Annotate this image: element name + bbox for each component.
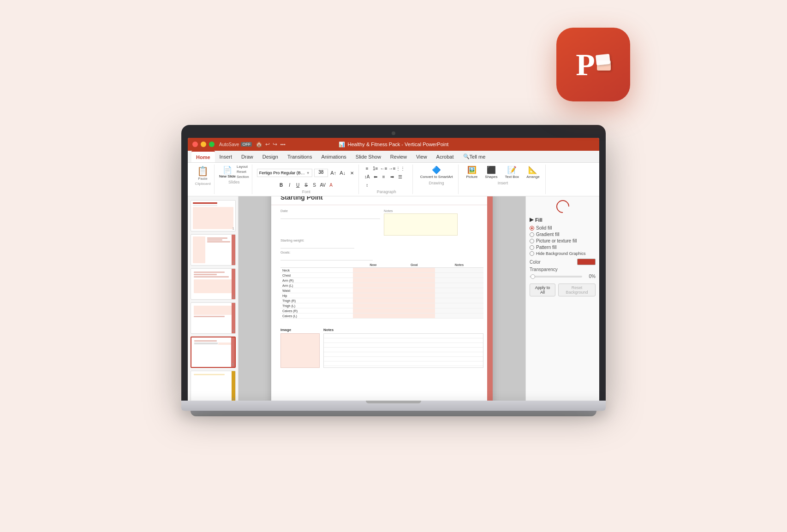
justify-button[interactable]: ☰	[397, 173, 404, 180]
pattern-fill-option[interactable]: Pattern fill	[530, 245, 596, 250]
laptop-base	[181, 401, 606, 411]
image-section: Image	[280, 328, 320, 368]
tab-slideshow[interactable]: Slide Show	[351, 151, 386, 162]
font-selector[interactable]: Fertigo Pro Regular (Bo... ▼	[257, 169, 312, 177]
textbox-button[interactable]: 📝 Text Box	[502, 165, 522, 180]
maximize-button[interactable]	[209, 142, 215, 147]
slide-thumb-6[interactable]: 6	[191, 371, 236, 401]
char-spacing-button[interactable]: AV	[319, 181, 327, 189]
tab-animations[interactable]: Animations	[316, 151, 351, 162]
tab-transitions[interactable]: Transitions	[283, 151, 316, 162]
italic-button[interactable]: I	[286, 181, 293, 189]
slides-buttons: 📄 New Slide Layout Reset Section	[219, 165, 249, 179]
section-button[interactable]: Section	[237, 175, 249, 179]
picture-button[interactable]: 🖼️ Picture	[463, 165, 480, 180]
columns-button[interactable]: ⋮⋮	[397, 165, 404, 172]
picture-fill-radio[interactable]	[530, 239, 534, 243]
image-placeholder[interactable]	[280, 333, 320, 368]
home-icon[interactable]: 🏠	[256, 141, 262, 148]
bold-button[interactable]: B	[278, 181, 285, 189]
weight-field[interactable]	[280, 243, 354, 248]
slide-thumb-1[interactable]: 1	[191, 200, 236, 231]
transparency-slider[interactable]	[530, 276, 582, 278]
indent-increase-button[interactable]: →≡	[388, 165, 396, 172]
fill-label: Fill	[535, 217, 543, 223]
undo-icon[interactable]: ↩	[265, 141, 270, 148]
align-right-button[interactable]: ➡	[388, 173, 396, 180]
bodypart-waist: Waist	[280, 288, 353, 293]
color-row: Color	[530, 259, 596, 265]
gradient-fill-radio[interactable]	[530, 232, 534, 237]
decrease-font-button[interactable]: A↓	[339, 169, 346, 177]
goals-label: Goals:	[280, 250, 483, 254]
shapes-button[interactable]: ⬛ Shapes	[482, 165, 500, 180]
notes-lines[interactable]	[323, 333, 483, 368]
bodypart-chest: Chest	[280, 273, 353, 278]
indent-decrease-button[interactable]: ←≡	[380, 165, 388, 172]
bodypart-arm-l: Arm (L)	[280, 283, 353, 288]
color-swatch[interactable]	[577, 259, 596, 265]
picture-fill-option[interactable]: Picture or texture fill	[530, 238, 596, 243]
table-row: Thigh (R)	[280, 298, 483, 303]
tab-review[interactable]: Review	[386, 151, 411, 162]
align-center-button[interactable]: ≡	[380, 173, 388, 180]
autosave-toggle[interactable]: OFF	[241, 142, 252, 147]
fill-title: ▶ Fill	[530, 217, 596, 223]
tab-tell-me[interactable]: 🔍 Tell me	[459, 151, 490, 162]
shadow-button[interactable]: S	[311, 181, 318, 189]
paste-button[interactable]: 📋 Paste	[195, 165, 210, 182]
tab-view[interactable]: View	[411, 151, 432, 162]
clear-format-button[interactable]: ✕	[348, 169, 356, 177]
minimize-button[interactable]	[201, 142, 206, 147]
picture-icon: 🖼️	[467, 166, 477, 174]
more-icon[interactable]: •••	[280, 142, 286, 147]
line-spacing-button[interactable]: ↕	[364, 181, 371, 189]
text-direction-button[interactable]: ↕A	[364, 173, 371, 180]
strikethrough-button[interactable]: S	[303, 181, 310, 189]
solid-fill-radio[interactable]	[530, 226, 534, 231]
reset-button[interactable]: Reset	[237, 170, 249, 174]
bodypart-thigh-l: Thigh (L)	[280, 303, 353, 308]
bullet-list-button[interactable]: ≡	[364, 165, 371, 172]
slide-content: Starting Point Date Notes	[271, 196, 493, 401]
increase-font-button[interactable]: A↑	[330, 169, 337, 177]
note-line	[324, 338, 483, 343]
tab-insert[interactable]: Insert	[215, 151, 237, 162]
font-color-button[interactable]: A	[328, 181, 335, 189]
notes-input[interactable]	[384, 213, 458, 236]
slide-canvas[interactable]: Starting Point Date Notes	[238, 196, 525, 401]
date-field[interactable]	[280, 213, 380, 219]
layout-button[interactable]: Layout	[237, 165, 249, 169]
powerpoint-app-icon: P	[556, 28, 630, 101]
pattern-fill-radio[interactable]	[530, 245, 534, 250]
font-name: Fertigo Pro Regular (Bo...	[259, 171, 305, 175]
redo-icon[interactable]: ↪	[273, 141, 277, 148]
number-list-button[interactable]: 1≡	[372, 165, 379, 172]
underline-button[interactable]: U	[294, 181, 302, 189]
tab-acrobat[interactable]: Acrobat	[432, 151, 459, 162]
tab-design[interactable]: Design	[258, 151, 283, 162]
align-left-button[interactable]: ⬅	[372, 173, 379, 180]
slide-thumb-3[interactable]: 3	[191, 268, 236, 300]
hide-bg-option[interactable]: Hide Background Graphics	[530, 251, 596, 256]
slider-thumb[interactable]	[531, 274, 535, 279]
slide-thumb-5-active[interactable]: 5	[191, 337, 236, 368]
new-slide-button[interactable]: 📄 New Slide	[219, 166, 236, 178]
font-size-input[interactable]: 38	[314, 169, 328, 177]
slide-panel[interactable]: 1	[188, 196, 238, 401]
arrange-button[interactable]: 📐 Arrange	[524, 165, 542, 180]
reset-bg-button[interactable]: Reset Background	[558, 284, 596, 296]
slide-thumb-2[interactable]: 2	[191, 234, 236, 266]
panel-undo-icon[interactable]	[554, 197, 572, 216]
gradient-fill-option[interactable]: Gradient fill	[530, 232, 596, 237]
slide-thumb-4[interactable]: 4	[191, 302, 236, 334]
apply-all-button[interactable]: Apply to All	[530, 284, 555, 296]
goals-field[interactable]	[280, 255, 373, 260]
close-button[interactable]	[192, 142, 198, 147]
tab-home[interactable]: Home	[191, 151, 215, 162]
hide-bg-radio[interactable]	[530, 251, 534, 256]
solid-fill-option[interactable]: Solid fill	[530, 225, 596, 231]
tab-draw[interactable]: Draw	[237, 151, 258, 162]
convert-smartart-button[interactable]: 🔷 Convert to SmartArt	[417, 165, 456, 180]
notes-top-label: Notes	[384, 209, 483, 213]
